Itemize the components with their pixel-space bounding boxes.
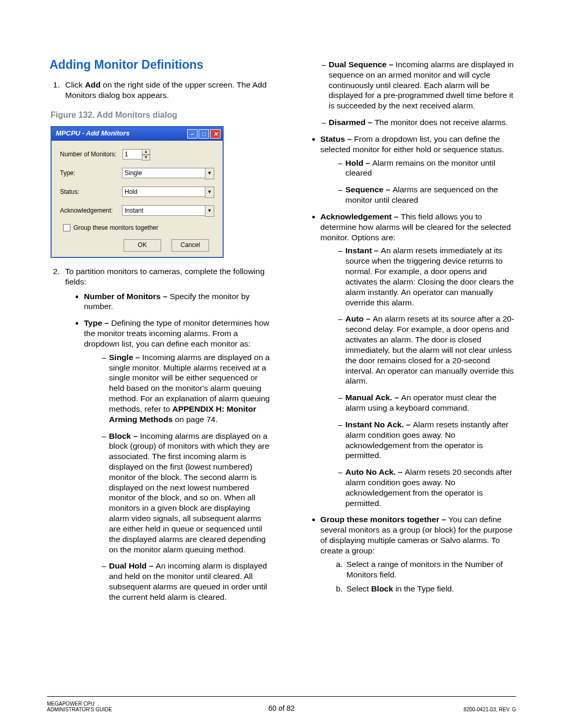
type-single: – Single – Incoming alarms are displayed… [102, 352, 273, 425]
ack-manual: –Manual Ack. – An operator must clear th… [338, 392, 517, 413]
field-num-monitors: Number of Monitors – Specify the monitor… [84, 291, 273, 312]
type-dropdown[interactable]: ▼ [122, 168, 214, 179]
manual-lead: Manual Ack. – [346, 393, 401, 402]
step-2: To partition monitors to cameras, comple… [62, 266, 273, 602]
num-monitors-input[interactable] [123, 149, 142, 159]
status-lead: Status – [321, 134, 354, 143]
step1-pre: Click [65, 80, 85, 89]
auto-lead: Auto – [346, 314, 373, 323]
two-column-layout: Adding Monitor Definitions Click Add on … [50, 57, 516, 609]
page-footer: MEGAPOWER CPU ADMINISTRATOR'S GUIDE 60 o… [47, 701, 516, 712]
anoack-lead: Auto No Ack. – [346, 467, 405, 476]
maximize-icon[interactable]: □ [199, 129, 209, 139]
group-checkbox[interactable] [63, 224, 70, 231]
cancel-button[interactable]: Cancel [172, 239, 209, 252]
status-dropdown[interactable]: ▼ [122, 187, 214, 198]
ack-dropdown[interactable]: ▼ [122, 205, 214, 217]
status-options: –Hold – Alarm remains on the monitor unt… [321, 158, 517, 205]
type-block: – Block – Incoming alarms are displayed … [102, 431, 273, 555]
add-monitors-dialog: MPCPU - Add Monitors – □ ✕ Number of Mon… [51, 126, 224, 258]
footer-rule [47, 696, 516, 697]
type-dualseq: – Dual Sequence – Incoming alarms are di… [322, 59, 517, 111]
inoack-lead: Instant No Ack. – [346, 420, 413, 429]
type-options-cont: – Dual Sequence – Incoming alarms are di… [293, 59, 517, 128]
field-ack: Acknowledgement – This field allows you … [321, 212, 517, 509]
group-steps: a.Select a range of monitors in the Numb… [321, 559, 517, 594]
type-lead: Type – [84, 318, 111, 327]
group-lead: Group these monitors together – [321, 515, 448, 524]
dualhold-lead: Dual Hold – [109, 561, 156, 570]
field-type: Type – Defining the type of monitor dete… [84, 318, 273, 602]
field-list-cont: Status – From a dropdown list, you can d… [293, 134, 517, 594]
group-checkbox-label: Group these monitors together [74, 224, 158, 232]
group-b-pre: Select [347, 584, 371, 593]
field-status: Status – From a dropdown list, you can d… [321, 134, 517, 205]
group-b-bold: Block [371, 584, 393, 593]
dualseq-lead: Dual Sequence – [329, 60, 396, 69]
group-b-post: in the Type field. [393, 584, 454, 593]
step2-intro: To partition monitors to cameras, comple… [65, 267, 265, 286]
ack-value[interactable] [122, 205, 205, 216]
left-column: Adding Monitor Definitions Click Add on … [50, 57, 273, 609]
block-rest: Incoming alarms are displayed on a block… [109, 431, 270, 554]
status-hold: –Hold – Alarm remains on the monitor unt… [338, 158, 517, 179]
close-icon[interactable]: ✕ [210, 129, 221, 139]
section-heading: Adding Monitor Definitions [50, 57, 273, 72]
single-tail: on page 74. [173, 415, 217, 424]
status-label: Status: [60, 188, 122, 196]
dropdown-arrow-icon[interactable]: ▼ [205, 187, 214, 198]
disarmed-lead: Disarmed – [329, 118, 375, 127]
dialog-body: Number of Monitors: ▲ ▼ [52, 141, 223, 257]
type-disarmed: – Disarmed – The monitor does not receiv… [322, 117, 517, 128]
ack-lead: Acknowledgement – [321, 212, 401, 221]
instant-rest: An alarm resets immediately at its sourc… [346, 246, 514, 306]
right-column: – Dual Sequence – Incoming alarms are di… [293, 57, 517, 609]
ack-instant: –Instant – An alarm resets immediately a… [338, 245, 517, 307]
dialog-titlebar: MPCPU - Add Monitors – □ ✕ [52, 127, 223, 141]
type-rest: Defining the type of monitor determines … [84, 318, 270, 348]
instant-lead: Instant – [346, 246, 381, 255]
figure-caption: Figure 132. Add Monitors dialog [51, 110, 273, 120]
group-a-text: Select a range of monitors in the Number… [347, 559, 517, 580]
dialog-title: MPCPU - Add Monitors [56, 129, 186, 138]
status-value[interactable] [122, 187, 205, 197]
single-lead: Single – [109, 353, 142, 362]
type-value[interactable] [122, 168, 205, 178]
ok-button[interactable]: OK [124, 239, 161, 252]
step-1: Click Add on the right side of the upper… [62, 80, 273, 101]
minimize-icon[interactable]: – [187, 129, 198, 139]
field-list: Number of Monitors – Specify the monitor… [65, 291, 273, 602]
block-lead: Block – [109, 431, 140, 440]
num-lead: Number of Monitors – [84, 292, 169, 301]
ack-options: –Instant – An alarm resets immediately a… [321, 245, 517, 508]
ack-anoack: –Auto No Ack. – Alarm resets 20 seconds … [338, 467, 517, 508]
ack-auto: –Auto – An alarm resets at its source af… [338, 314, 517, 386]
dropdown-arrow-icon[interactable]: ▼ [205, 168, 214, 179]
type-options: – Single – Incoming alarms are displayed… [84, 352, 273, 602]
ack-label: Acknowledgement: [60, 207, 122, 215]
seq-lead: Sequence – [346, 185, 393, 194]
hold-lead: Hold – [346, 158, 373, 167]
procedure-list-cont: To partition monitors to cameras, comple… [50, 266, 273, 602]
num-monitors-label: Number of Monitors: [60, 151, 123, 158]
ack-inoack: –Instant No Ack. – Alarm resets instantl… [338, 419, 517, 461]
procedure-list: Click Add on the right side of the upper… [50, 80, 273, 101]
disarmed-rest: The monitor does not receive alarms. [374, 118, 508, 127]
field-group: Group these monitors together – You can … [321, 514, 517, 594]
group-step-b: b.Select Block in the Type field. [336, 584, 517, 594]
status-seq: –Sequence – Alarms are sequenced on the … [338, 184, 517, 205]
spinner-down-icon[interactable]: ▼ [142, 155, 150, 161]
group-step-a: a.Select a range of monitors in the Numb… [336, 559, 517, 580]
num-monitors-spinner[interactable]: ▲ ▼ [123, 149, 214, 161]
dropdown-arrow-icon[interactable]: ▼ [205, 205, 214, 217]
page: Adding Monitor Definitions Click Add on … [0, 0, 563, 728]
auto-rest: An alarm resets at its source after a 20… [346, 314, 515, 385]
type-label: Type: [60, 169, 122, 177]
type-dualhold: – Dual Hold – An incoming alarm is displ… [102, 561, 273, 602]
step1-bold: Add [85, 80, 101, 89]
page-number: 60 of 82 [47, 704, 516, 712]
spinner-up-icon[interactable]: ▲ [142, 149, 150, 155]
